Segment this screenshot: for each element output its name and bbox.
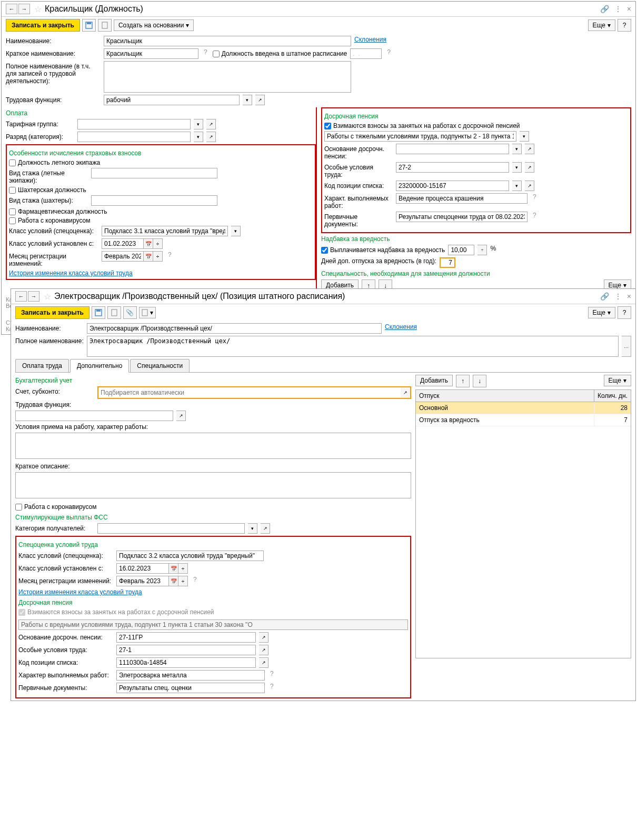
tab-specialties[interactable]: Специальности [130, 359, 190, 372]
dropdown-icon[interactable]: ▾ [194, 119, 203, 129]
table-row[interactable]: Отпуск за вредность 7 [416, 414, 631, 426]
prim-doc-input[interactable] [396, 212, 527, 222]
desc-textarea[interactable] [15, 472, 411, 498]
pharm-checkbox[interactable] [9, 208, 16, 215]
declensions-link[interactable]: Склонения [385, 323, 417, 331]
expand-icon[interactable]: … [622, 336, 631, 357]
category-input[interactable] [97, 523, 245, 534]
dropdown-icon[interactable]: ▾ [248, 523, 257, 534]
open-icon[interactable]: ↗ [525, 144, 534, 154]
help-icon[interactable]: ? [531, 212, 539, 219]
dropdown-icon[interactable]: ▾ [512, 144, 522, 154]
calendar-icon[interactable]: 📅 [144, 238, 153, 249]
table-row[interactable]: Основной 28 [416, 402, 631, 414]
link-icon[interactable]: 🔗 [600, 5, 609, 13]
down-icon[interactable]: ↓ [473, 375, 486, 387]
open-icon[interactable]: ↗ [206, 119, 216, 129]
back-button[interactable]: ← [15, 291, 27, 302]
kebab-icon[interactable]: ⋮ [614, 292, 622, 301]
spinner-icon[interactable]: ÷ [153, 251, 163, 262]
vacation-input[interactable] [440, 257, 455, 268]
tariff-input[interactable] [77, 119, 191, 129]
help-icon[interactable]: ? [268, 670, 276, 677]
open-icon[interactable]: ↗ [259, 657, 268, 668]
covid-checkbox[interactable] [9, 217, 16, 224]
attach-button[interactable]: 📎 [123, 306, 137, 319]
open-icon[interactable]: ↗ [401, 387, 410, 398]
name-input[interactable] [104, 36, 351, 46]
dropdown-icon[interactable]: ▾ [243, 95, 252, 105]
spec-cond-input[interactable] [116, 645, 256, 655]
work-function-input[interactable] [104, 95, 240, 105]
declensions-link[interactable]: Склонения [354, 36, 386, 43]
save-button[interactable] [82, 19, 96, 32]
staff-checkbox[interactable] [213, 51, 220, 57]
save-close-button[interactable]: Записать и закрыть [15, 306, 89, 319]
forward-button[interactable]: → [18, 4, 30, 14]
save-close-button[interactable]: Записать и закрыть [6, 19, 80, 32]
calendar-icon[interactable]: 📅 [169, 576, 178, 586]
doc-drop-button[interactable]: ▾ [139, 307, 156, 318]
pension-type-input[interactable] [324, 131, 516, 142]
forward-button[interactable]: → [28, 291, 39, 302]
link-icon[interactable]: 🔗 [600, 292, 609, 301]
close-icon[interactable]: × [627, 5, 631, 13]
class-date-input[interactable] [102, 238, 144, 249]
open-icon[interactable]: ↗ [261, 523, 270, 534]
open-icon[interactable]: ↗ [259, 645, 268, 655]
pension-checkbox[interactable] [324, 123, 331, 129]
help-icon[interactable]: ? [385, 48, 393, 56]
calendar-icon[interactable]: 📅 [144, 251, 153, 262]
tab-additional[interactable]: Дополнительно [70, 359, 129, 373]
work-char-input[interactable] [396, 193, 527, 204]
doc-button[interactable] [98, 19, 112, 32]
spec-cond-input[interactable] [396, 162, 509, 173]
open-icon[interactable]: ↗ [525, 162, 534, 173]
code-input[interactable] [396, 181, 509, 191]
help-icon[interactable]: ? [268, 683, 276, 690]
reg-month-input[interactable] [116, 576, 169, 586]
save-button[interactable] [92, 306, 105, 319]
spinner-icon[interactable]: ÷ [178, 576, 188, 586]
dropdown-icon[interactable]: ▾ [512, 181, 522, 191]
harm-checkbox[interactable] [321, 247, 328, 254]
history-link[interactable]: История изменения класса условий труда [9, 269, 133, 277]
hire-cond-textarea[interactable] [15, 433, 411, 459]
miner-exp-input[interactable] [91, 195, 217, 206]
more-button[interactable]: Еще▾ [588, 19, 615, 31]
name-input[interactable] [87, 323, 382, 334]
flight-exp-input[interactable] [91, 168, 217, 178]
help-icon[interactable]: ? [531, 193, 539, 201]
history-link[interactable]: История изменения класса условий труда [18, 588, 142, 596]
open-icon[interactable]: ↗ [206, 132, 216, 142]
star-icon[interactable]: ☆ [44, 292, 51, 302]
help-button[interactable]: ? [618, 19, 631, 32]
class-input[interactable] [116, 551, 264, 561]
star-icon[interactable]: ☆ [34, 4, 42, 14]
close-icon[interactable]: × [627, 292, 631, 301]
calendar-icon[interactable]: 📅 [169, 563, 178, 574]
class-date-input[interactable] [116, 563, 169, 574]
help-icon[interactable]: ? [202, 48, 210, 56]
open-icon[interactable]: ↗ [255, 95, 265, 105]
dropdown-icon[interactable]: ▾ [512, 162, 522, 173]
up-icon[interactable]: ↑ [456, 375, 470, 387]
doc-button[interactable] [107, 306, 121, 319]
reg-month-input[interactable] [102, 251, 144, 262]
more-button[interactable]: Еще▾ [588, 307, 615, 318]
open-icon[interactable]: ↗ [525, 181, 534, 191]
dropdown-icon[interactable]: ▾ [231, 226, 241, 236]
full-name-textarea[interactable] [104, 61, 351, 93]
rank-input[interactable] [77, 132, 191, 142]
help-icon[interactable]: ? [166, 251, 174, 258]
help-button[interactable]: ? [618, 306, 631, 319]
miner-checkbox[interactable] [9, 187, 16, 194]
short-name-input[interactable] [104, 48, 198, 59]
kebab-icon[interactable]: ⋮ [614, 5, 622, 13]
class-input[interactable] [102, 226, 228, 236]
base-input[interactable] [116, 632, 256, 643]
create-based-button[interactable]: Создать на основании▾ [114, 19, 194, 31]
tab-pay[interactable]: Оплата труда [15, 359, 69, 372]
full-name-textarea[interactable] [87, 336, 619, 357]
back-button[interactable]: ← [6, 4, 17, 14]
